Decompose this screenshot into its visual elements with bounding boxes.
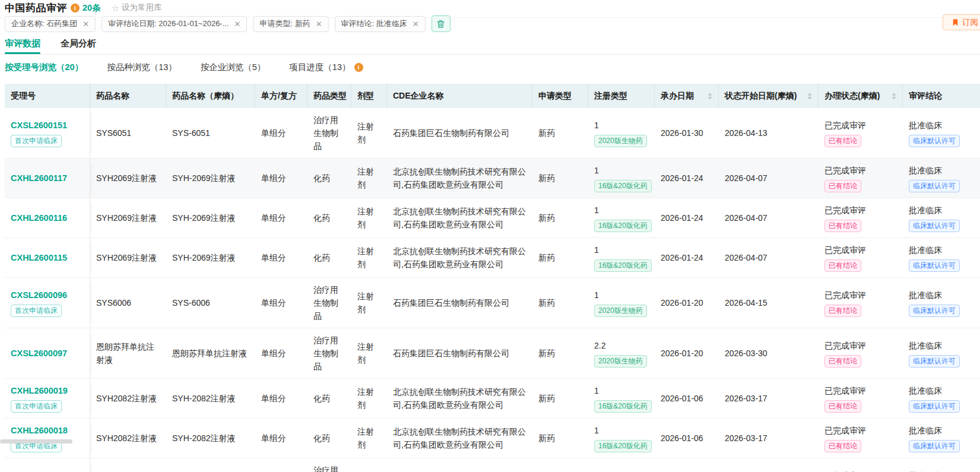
table-row[interactable]: CXHL2600018 首次申请临床 SYH2082注射液 SYH-2082注射… [5, 419, 980, 458]
cell-review-conclusion: 批准临床 临床默认许可 [903, 238, 980, 277]
registration-type-badge: 16版&20版化药 [594, 259, 652, 272]
registration-type-badge: 2020版生物药 [594, 355, 647, 368]
acceptance-no-link[interactable]: CXHL2600116 [11, 211, 67, 224]
table-row[interactable]: CXHL2600115 SYH2069注射液 SYH-2069注射液 单组分 化… [5, 238, 980, 278]
cell-acceptance-date: 2026-01-20 [655, 278, 719, 328]
filter-row: 企业名称: 石药集团 ✕ 审评结论日期: 2026-01-01~2026-...… [0, 14, 980, 36]
close-icon[interactable]: ✕ [413, 20, 419, 28]
acceptance-no-link[interactable]: CXHL2600117 [11, 172, 67, 185]
cell-drug-name: SYH2069注射液 [90, 238, 166, 277]
cell-registration-type: 1 2020版生物药 [588, 278, 655, 328]
cell-review-conclusion: 批准临床 临床默认许可 [903, 108, 980, 158]
cell-drug-type: 化药 [307, 419, 351, 458]
subscribe-button[interactable]: 订阅 [943, 14, 980, 30]
cell-acceptance-no: CXHL2600116 [5, 198, 90, 237]
cell-status-start-date: 2026-04-07 [719, 238, 819, 277]
cell-mono-compound: 单组分 [255, 328, 307, 378]
subtab-by-acceptance-no[interactable]: 按受理号浏览（20） [5, 62, 83, 73]
cell-status-start-date: 2026-03-30 [719, 328, 819, 378]
filter-tag-label: 审评结论日期: 2026-01-01~2026-... [108, 18, 229, 29]
col-header-application-type: 申请类型 [532, 84, 588, 108]
table-row[interactable]: CXHL2600116 SYH2069注射液 SYH-2069注射液 单组分 化… [5, 198, 980, 238]
registration-type-badge: 16版&20版化药 [594, 400, 652, 413]
cell-status-start-date: 2026-04-07 [719, 198, 819, 237]
cell-application-type: 新药 [532, 198, 588, 237]
acceptance-no-link[interactable]: CXSL2600151 [11, 119, 67, 132]
clear-filters-button[interactable] [432, 15, 451, 32]
table-row[interactable]: CXSL2501166 SYS6090注射液 JMT-108注射液 单组分 治疗… [5, 458, 980, 472]
table-row[interactable]: CXHL2600117 SYH2069注射液 SYH-2069注射液 单组分 化… [5, 159, 980, 198]
table-header-row: 受理号 药品名称 药品名称（摩熵） 单方/复方 药品类型 剂型 CDE企业名称 … [5, 84, 980, 108]
cell-mono-compound: 单组分 [255, 238, 307, 277]
registration-type-badge: 2020版生物药 [594, 305, 647, 317]
table-body: CXSL2600151 首次申请临床 SYS6051 SYS-6051 单组分 … [5, 108, 980, 472]
cell-drug-name-mx: SYS-6006 [166, 278, 255, 328]
subtab-by-variety[interactable]: 按品种浏览（13） [107, 62, 177, 73]
tab-global-analysis[interactable]: 全局分析 [61, 38, 96, 54]
cell-mono-compound: 单组分 [255, 198, 307, 237]
table-row[interactable]: CXSL2600151 首次申请临床 SYS6051 SYS-6051 单组分 … [5, 108, 980, 159]
horizontal-scrollbar-thumb[interactable] [0, 439, 72, 444]
has-conclusion-badge: 已有结论 [824, 440, 861, 452]
sort-icon[interactable] [804, 93, 812, 100]
has-conclusion-badge: 已有结论 [824, 400, 861, 413]
acceptance-no-link[interactable]: CXSL2600097 [11, 347, 67, 360]
cell-status-start-date: 2026-03-17 [719, 379, 819, 418]
cell-drug-type: 化药 [307, 238, 351, 277]
cell-drug-name: SYH2069注射液 [90, 159, 166, 198]
clinical-default-permit-badge: 临床默认许可 [909, 220, 960, 232]
cell-handling-status: 已完成审评 已有结论 [819, 278, 903, 328]
col-header-acceptance-no: 受理号 [5, 84, 90, 108]
cell-application-type: 新药 [532, 328, 588, 378]
close-icon[interactable]: ✕ [316, 20, 322, 28]
set-common-library-button[interactable]: ☆ 设为常用库 [112, 2, 162, 13]
cell-registration-type: 1 2020版生物药 [588, 108, 655, 158]
cell-status-start-date: 2026-04-07 [719, 159, 819, 198]
acceptance-no-link[interactable]: CXHL2600019 [11, 384, 68, 397]
acceptance-no-link[interactable]: CXSL2600096 [11, 289, 67, 302]
cell-status-start-date: 2026-03-13 [719, 458, 819, 472]
close-icon[interactable]: ✕ [234, 20, 241, 28]
cell-handling-status: 已完成审评 已有结论 [819, 159, 903, 198]
cell-acceptance-no: CXHL2600117 [5, 159, 90, 198]
filter-tag-label: 申请类型: 新药 [259, 18, 310, 29]
filter-tag: 审评结论日期: 2026-01-01~2026-... ✕ [102, 16, 247, 32]
cell-drug-type: 治疗用生物制品 [307, 108, 351, 158]
cell-application-type: 新药 [532, 238, 588, 277]
cell-review-conclusion: 批准临床 临床默认许可 [903, 419, 980, 458]
cell-acceptance-date: 2025-12-31 [655, 458, 719, 472]
acceptance-no-link[interactable]: CXHL2600018 [11, 424, 68, 437]
cell-handling-status: 已完成审评 已有结论 [819, 238, 903, 277]
table-row[interactable]: CXHL2600019 首次申请临床 SYH2082注射液 SYH-2082注射… [5, 379, 980, 419]
tabs: 审评数据 全局分析 [0, 36, 980, 55]
cell-drug-type: 治疗用生物制品 [307, 278, 351, 328]
cell-status-start-date: 2026-04-15 [719, 278, 819, 328]
close-icon[interactable]: ✕ [83, 20, 89, 28]
cell-drug-name-mx: SYS-6051 [166, 108, 255, 158]
cell-drug-type: 治疗用生物制品 [307, 328, 351, 378]
clinical-default-permit-badge: 临床默认许可 [909, 400, 960, 413]
subscribe-label: 订阅 [962, 17, 978, 28]
col-header-review-conclusion: 审评结论 [903, 84, 980, 108]
clinical-default-permit-badge: 临床默认许可 [909, 440, 960, 452]
set-common-library-label: 设为常用库 [122, 2, 162, 13]
subtab-project-progress[interactable]: 项目进度（13） i [289, 62, 363, 73]
col-header-drug-name-mx: 药品名称（摩熵） [166, 84, 255, 108]
sort-icon[interactable] [888, 93, 896, 100]
table-row[interactable]: CXSL2600097 恩朗苏拜单抗注射液 恩朗苏拜单抗注射液 单组分 治疗用生… [5, 328, 980, 379]
info-icon: i [354, 63, 363, 72]
cell-drug-type: 治疗用生物制品 [307, 458, 351, 472]
cell-dosage-form: 注射剂 [351, 159, 387, 198]
tab-review-data[interactable]: 审评数据 [5, 38, 40, 54]
sort-icon[interactable] [704, 93, 712, 100]
cell-acceptance-no: CXHL2600018 首次申请临床 [5, 419, 90, 458]
table-row[interactable]: CXSL2600096 首次申请临床 SYS6006 SYS-6006 单组分 … [5, 278, 980, 328]
has-conclusion-badge: 已有结论 [824, 259, 861, 272]
cell-mono-compound: 单组分 [255, 458, 307, 472]
cell-application-type: 新药 [532, 278, 588, 328]
acceptance-no-link[interactable]: CXHL2600115 [11, 251, 67, 264]
col-header-handling-status: 办理状态(摩熵) [819, 84, 903, 108]
cell-drug-name-mx: 恩朗苏拜单抗注射液 [166, 328, 255, 378]
clinical-default-permit-badge: 临床默认许可 [909, 180, 960, 192]
subtab-by-company[interactable]: 按企业浏览（5） [201, 62, 266, 73]
